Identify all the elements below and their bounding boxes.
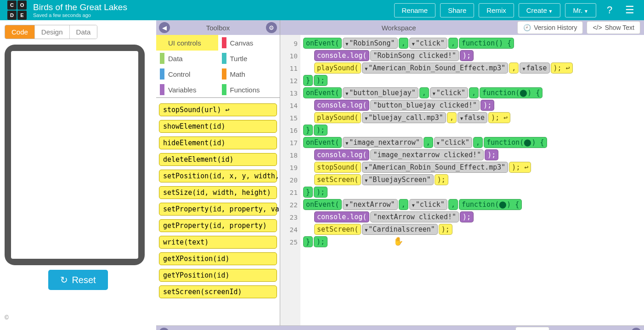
code-line[interactable]: onEvent("image_nextarrow", "click", func… (303, 136, 641, 148)
code-token[interactable]: "bluejay_call.mp3" (362, 112, 446, 123)
code-token[interactable]: setScreen( (314, 224, 361, 235)
toolbox-settings-icon[interactable]: ⚙ (266, 22, 277, 33)
code-token[interactable]: ); (485, 149, 498, 160)
toolbox-block[interactable]: setSize(id, width, height) (159, 186, 277, 199)
code-token[interactable]: function(⬤) { (484, 137, 547, 148)
code-token[interactable]: , (399, 38, 408, 49)
toolbox-block-list[interactable]: stopSound(url) ↩showElement(id)hideEleme… (156, 98, 280, 325)
project-title[interactable]: Birds of the Great Lakes (33, 2, 390, 12)
code-token[interactable]: ); (314, 125, 328, 136)
code-token[interactable]: function(⬤) { (459, 199, 522, 210)
code-token[interactable]: "American_Robin_Sound_Effect.mp3" (362, 63, 508, 74)
toolbox-block[interactable]: setScreen(screenId) (159, 285, 277, 298)
toolbox-block[interactable]: getYPosition(id) (159, 269, 277, 282)
code-token[interactable]: "nextArrow clicked!" (370, 211, 459, 222)
code-token[interactable]: ); (460, 50, 474, 61)
code-line[interactable]: } ); (303, 124, 641, 136)
clear-console-button[interactable]: ◢ Clear (515, 327, 549, 330)
code-line[interactable]: onEvent("button_bluejay", "click", funct… (303, 86, 641, 99)
code-line[interactable]: } ); (303, 74, 641, 86)
code-token[interactable]: playSound( (314, 63, 361, 74)
code-token[interactable]: onEvent( (303, 87, 342, 98)
code-line[interactable]: playSound("bluejay_call.mp3", false); ↩ (303, 111, 641, 124)
code-line[interactable]: console.log("RobinSong clicked!"); (303, 49, 641, 62)
show-text-button[interactable]: </> Show Text (587, 21, 640, 34)
code-org-logo[interactable]: CODE (7, 0, 27, 20)
category-math[interactable]: Math (218, 66, 280, 82)
code-blocks[interactable]: onEvent("RobinSong", "click", function()… (300, 35, 644, 325)
category-ui-controls[interactable]: UI controls (156, 35, 218, 51)
toolbox-block[interactable]: deleteElement(id) (159, 153, 277, 166)
toolbox-block[interactable]: setProperty(id, property, val (159, 203, 277, 216)
code-token[interactable]: , (509, 63, 519, 74)
code-token[interactable]: ); ↩ (551, 63, 573, 74)
code-token[interactable]: ); (314, 75, 328, 86)
code-line[interactable]: playSound("American_Robin_Sound_Effect.m… (303, 62, 641, 74)
code-line[interactable]: } ); (303, 235, 641, 248)
code-token[interactable]: ); ↩ (509, 162, 531, 173)
code-line[interactable]: console.log("nextArrow clicked!"); (303, 211, 641, 223)
code-line[interactable]: setScreen("Cardinalscreen"); (303, 223, 641, 235)
code-token[interactable]: "image_nextarrow" (343, 137, 423, 148)
code-token[interactable]: console.log( (314, 50, 369, 61)
code-token[interactable]: ); (480, 100, 494, 111)
code-token[interactable]: console.log( (314, 149, 369, 160)
code-token[interactable]: stopSound( (314, 162, 361, 173)
code-token[interactable]: , (399, 199, 408, 210)
code-token[interactable]: ); ↩ (488, 112, 510, 123)
code-line[interactable]: stopSound("American_Robin_Sound_Effect.m… (303, 161, 641, 173)
code-token[interactable]: } (303, 75, 313, 86)
code-token[interactable]: onEvent( (303, 38, 342, 49)
share-button[interactable]: Share (440, 3, 474, 17)
code-line[interactable]: onEvent("nextArrow", "click", function(⬤… (303, 198, 641, 211)
code-token[interactable]: "BluejayScreen" (362, 174, 434, 185)
category-turtle[interactable]: Turtle (218, 51, 280, 66)
user-dropdown[interactable]: Mr. (565, 3, 596, 17)
code-token[interactable]: onEvent( (303, 199, 342, 210)
code-token[interactable]: ); (435, 174, 448, 185)
code-area[interactable]: 910111213141516171819202122232425 onEven… (280, 35, 644, 325)
code-token[interactable]: "RobinSong clicked!" (370, 50, 459, 61)
code-token[interactable]: false (458, 112, 487, 123)
code-token[interactable]: "RobinSong" (343, 38, 397, 49)
code-token[interactable]: } (303, 187, 313, 198)
code-token[interactable]: , (448, 38, 458, 49)
code-token[interactable]: , (419, 87, 429, 98)
code-token[interactable]: false (520, 63, 549, 74)
code-line[interactable]: console.log("button_bluejay clicked!"); (303, 99, 641, 111)
category-data[interactable]: Data (156, 51, 218, 66)
code-token[interactable]: ); (439, 224, 452, 235)
category-canvas[interactable]: Canvas (218, 35, 280, 51)
category-variables[interactable]: Variables (156, 82, 218, 97)
code-token[interactable]: "button_bluejay" (343, 87, 418, 98)
help-icon[interactable]: ? (603, 4, 616, 16)
tab-code[interactable]: Code (5, 25, 34, 39)
toolbox-block[interactable]: hideElement(id) (159, 137, 277, 149)
code-line[interactable]: console.log("image_nextarrow clicked!"); (303, 148, 641, 161)
expand-watchers-icon[interactable]: ▸ (631, 328, 641, 330)
toolbox-block[interactable]: getProperty(id, property) (159, 219, 277, 232)
code-token[interactable]: , (448, 199, 458, 210)
code-line[interactable]: setScreen("BluejayScreen"); (303, 173, 641, 186)
code-token[interactable]: setScreen( (314, 174, 361, 185)
code-token[interactable]: ); (314, 236, 328, 247)
code-token[interactable]: ); (314, 187, 328, 198)
code-token[interactable]: "image_nextarrow clicked!" (370, 149, 484, 160)
code-token[interactable]: "click" (409, 199, 447, 210)
menu-icon[interactable]: ☰ (623, 4, 637, 16)
tab-design[interactable]: Design (34, 25, 69, 39)
rename-button[interactable]: Rename (394, 3, 436, 17)
code-token[interactable]: function() { (459, 38, 514, 49)
code-token[interactable]: console.log( (314, 100, 369, 111)
code-line[interactable]: onEvent("RobinSong", "click", function()… (303, 37, 641, 49)
code-token[interactable]: } (303, 125, 313, 136)
category-control[interactable]: Control (156, 66, 218, 82)
toolbox-block[interactable]: stopSound(url) ↩ (159, 103, 277, 116)
toolbox-block[interactable]: getXPosition(id) (159, 252, 277, 265)
phone-screen[interactable] (11, 51, 138, 259)
code-token[interactable]: "click" (430, 87, 468, 98)
code-line[interactable]: } ); (303, 186, 641, 198)
code-token[interactable]: "nextArrow" (343, 199, 397, 210)
code-token[interactable]: "click" (409, 38, 447, 49)
code-token[interactable]: , (469, 87, 479, 98)
